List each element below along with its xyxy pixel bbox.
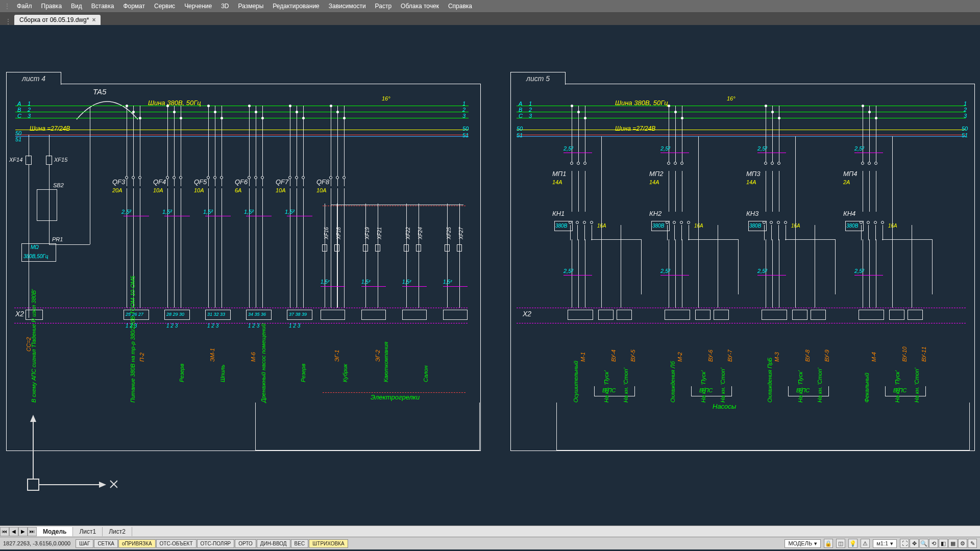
menu-insert[interactable]: Вставка <box>87 1 119 11</box>
menu-3d[interactable]: 3D <box>216 1 233 11</box>
s5-b: B <box>519 107 522 113</box>
toggle-отс-объект[interactable]: ОТС-ОБЪЕКТ <box>156 539 197 548</box>
drawing-canvas[interactable]: лист 4 лист 5 TA5 A B C 1 2 3 1 2 3 50 5… <box>0 25 980 525</box>
s5-bus380: Шина 380В, 50Гц <box>615 99 668 107</box>
zoom-extents-icon[interactable]: ⛶ <box>900 539 909 548</box>
menu-raster[interactable]: Растр <box>371 1 396 11</box>
tab-sheet1[interactable]: Лист1 <box>73 527 103 536</box>
layout-tab-nav: ⏮ ◀ ▶ ⏭ <box>0 527 37 536</box>
label-kn2: КН2 <box>649 210 662 217</box>
menu-dimensions[interactable]: Размеры <box>233 1 268 11</box>
pan-icon[interactable]: ✥ <box>910 539 919 548</box>
toggle-орто[interactable]: ОРТО <box>235 539 256 548</box>
toggle-сетка[interactable]: СЕТКА <box>94 539 118 548</box>
num-50: 50 <box>462 126 469 132</box>
l16: 16° <box>382 95 390 102</box>
phase-c: C <box>17 113 21 119</box>
status-toggles: ШАГСЕТКАоПРИВЯЗКАОТС-ОБЪЕКТОТС-ПОЛЯРОРТО… <box>76 539 348 548</box>
coords-readout: 1827.2263, -3.6156,0.0000 <box>3 540 70 546</box>
iso-icon[interactable]: ◧ <box>939 539 948 548</box>
num-1r: 1 <box>462 101 465 107</box>
label-kn1: КН1 <box>552 210 565 217</box>
zoom-icon[interactable]: 🔍 <box>919 539 928 548</box>
label-qf5: QF5 <box>194 178 207 186</box>
rating-qf3: 20A <box>112 187 122 193</box>
label-qf8: QF8 <box>316 178 329 186</box>
lock-icon[interactable]: 🔒 <box>824 539 833 548</box>
tab-first-icon[interactable]: ⏮ <box>0 527 9 536</box>
cable-qf6: 1,5² <box>244 209 254 215</box>
menu-view[interactable]: Вид <box>66 1 87 11</box>
phase-b: B <box>17 107 21 113</box>
status-bar: 1827.2263, -3.6156,0.0000 ШАГСЕТКАоПРИВЯ… <box>0 537 980 549</box>
snap-icon[interactable]: ◫ <box>836 539 845 548</box>
menu-edit[interactable]: Правка <box>37 1 67 11</box>
heater-group-frame <box>255 403 480 450</box>
tab-grip-icon[interactable]: ⋮ <box>5 18 11 25</box>
menu-modify[interactable]: Редактирование <box>268 1 324 11</box>
toggle-штриховка[interactable]: ШТРИХОВКА <box>309 539 348 548</box>
menu-constraints[interactable]: Зависимости <box>324 1 371 11</box>
file-tab[interactable]: Сборка от 06.05.19.dwg* × <box>14 15 101 25</box>
toggle-шаг[interactable]: ШАГ <box>76 539 93 548</box>
xf15: XF15 <box>54 157 67 163</box>
xf14-box <box>26 156 32 165</box>
label-mp2: МП2 <box>649 170 663 178</box>
warning-icon[interactable]: ⚠ <box>861 539 870 548</box>
menu-service[interactable]: Сервис <box>150 1 180 11</box>
svg-rect-0 <box>28 479 39 490</box>
settings-icon[interactable]: ⚙ <box>958 539 967 548</box>
sheet-4-title-label: лист 4 <box>22 74 45 83</box>
space-selector[interactable]: МОДЕЛЬ ▾ <box>785 539 821 548</box>
file-tab-row: ⋮ Сборка от 06.05.19.dwg* × <box>0 13 980 25</box>
label-kn3: КН3 <box>746 210 758 217</box>
label-qf3: QF3 <box>112 178 125 186</box>
toggle-вес[interactable]: ВЕС <box>291 539 309 548</box>
lightbulb-icon[interactable]: 💡 <box>848 539 857 548</box>
num-1: 1 <box>28 101 31 107</box>
heaters: Электрогрелки <box>371 393 420 401</box>
v380: 380В,50Гц <box>23 254 48 259</box>
tab-model[interactable]: Модель <box>37 527 73 536</box>
grid-icon[interactable]: ▦ <box>948 539 958 548</box>
menu-file[interactable]: Файл <box>12 1 37 11</box>
label-qf6: QF6 <box>235 178 248 186</box>
clean-icon[interactable]: ✎ <box>968 539 977 548</box>
n51l: 51 <box>15 136 21 142</box>
s5-l16: 16° <box>727 95 736 102</box>
menu-format[interactable]: Формат <box>118 1 150 11</box>
svg-marker-2 <box>30 415 36 422</box>
menu-grip-icon[interactable]: ⋮ <box>4 3 10 10</box>
pr1: PR1 <box>52 236 63 242</box>
orbit-icon[interactable]: ⟲ <box>929 539 938 548</box>
menu-draw[interactable]: Черчение <box>180 1 216 11</box>
sb2-box <box>37 189 57 221</box>
rating-qf7: 10A <box>276 187 286 193</box>
toggle-отс-поляр[interactable]: ОТС-ПОЛЯР <box>197 539 235 548</box>
chevron-down-icon: ▾ <box>890 540 893 547</box>
close-icon[interactable]: × <box>92 16 95 23</box>
tab-last-icon[interactable]: ⏭ <box>28 527 37 536</box>
ucs-icon <box>26 413 117 494</box>
cable-qf4: 1,5² <box>162 209 172 215</box>
label-mp1: МП1 <box>552 170 566 178</box>
scale-selector[interactable]: м1:1 ▾ <box>873 539 897 548</box>
tab-sheet2[interactable]: Лист2 <box>103 527 132 536</box>
label-mp4: МП4 <box>843 170 857 178</box>
s5-a: A <box>519 101 522 107</box>
sheet-5-title: лист 5 <box>510 72 566 85</box>
num-3: 3 <box>28 113 31 119</box>
menu-pointclouds[interactable]: Облака точек <box>396 1 444 11</box>
tab-next-icon[interactable]: ▶ <box>18 527 28 536</box>
label-mp3: МП3 <box>746 170 760 178</box>
toggle-дин-ввод[interactable]: ДИН-ВВОД <box>257 539 290 548</box>
menu-help[interactable]: Справка <box>444 1 477 11</box>
x2-s4: X2 <box>15 310 24 318</box>
xf14: XF14 <box>9 157 22 163</box>
phase-a: A <box>17 101 21 107</box>
toggle-опривязка[interactable]: оПРИВЯЗКА <box>118 539 156 548</box>
svg-marker-4 <box>99 482 106 488</box>
rating-qf4: 10A <box>153 187 163 193</box>
tab-prev-icon[interactable]: ◀ <box>9 527 18 536</box>
label-qf7: QF7 <box>276 178 288 186</box>
